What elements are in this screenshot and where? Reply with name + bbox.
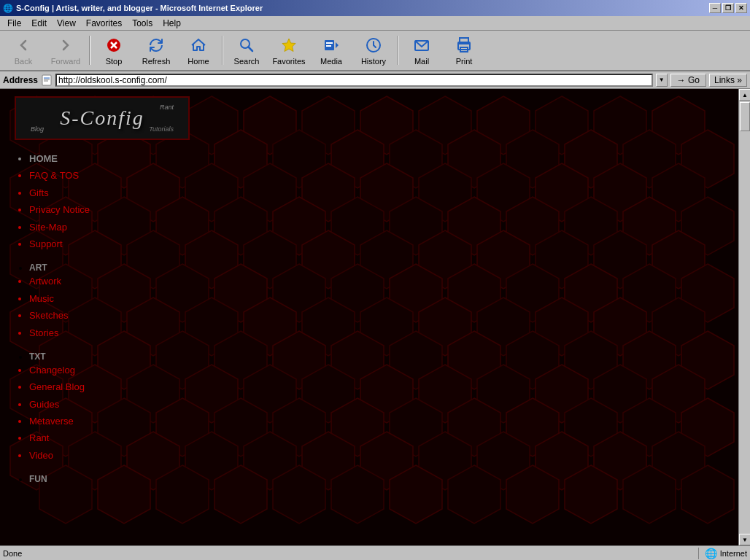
- webpage: Rant S-Config Blog Tutorials HOME FAQ & …: [0, 89, 738, 545]
- scroll-thumb[interactable]: [740, 102, 750, 131]
- logo-tutorials: Tutorials: [149, 125, 174, 133]
- home-label: Home: [188, 57, 209, 66]
- forward-label: Forward: [51, 57, 80, 66]
- favorites-icon: [279, 35, 299, 55]
- site-logo: Rant S-Config Blog Tutorials: [15, 96, 190, 140]
- stop-icon: [104, 35, 124, 55]
- home-section: HOME FAQ & TOS Gifts Privacy Notice Site…: [15, 150, 724, 252]
- stop-button[interactable]: Stop: [93, 32, 134, 69]
- title-bar-icon: 🌐: [3, 4, 13, 13]
- address-bar: Address ▼ → Go Links »: [0, 71, 750, 89]
- menu-help[interactable]: Help: [158, 17, 185, 30]
- scroll-track[interactable]: [739, 101, 750, 534]
- nav-guides[interactable]: Guides: [29, 396, 724, 413]
- toolbar: Back Forward Stop Refresh Home Search: [0, 31, 750, 71]
- logo-main: S-Config: [60, 106, 144, 130]
- mail-button[interactable]: Mail: [401, 32, 442, 69]
- home-button[interactable]: Home: [178, 32, 219, 69]
- nav-general-blog[interactable]: General Blog: [29, 378, 724, 395]
- refresh-label: Refresh: [142, 57, 171, 66]
- title-bar: 🌐 S-Config | Artist, writer, and blogger…: [0, 0, 750, 16]
- nav-rant[interactable]: Rant: [29, 429, 724, 446]
- nav-home[interactable]: HOME: [29, 150, 724, 167]
- address-label: Address: [3, 75, 38, 85]
- svg-rect-15: [42, 75, 51, 85]
- close-button[interactable]: ✕: [735, 3, 747, 13]
- go-button[interactable]: → Go: [670, 74, 706, 87]
- svg-rect-8: [326, 42, 333, 44]
- fun-section: FUN: [15, 474, 724, 484]
- forward-button[interactable]: Forward: [45, 32, 86, 69]
- restore-button[interactable]: ❐: [722, 3, 734, 13]
- history-icon: [363, 35, 384, 55]
- links-button[interactable]: Links »: [709, 74, 747, 87]
- menu-view[interactable]: View: [53, 17, 80, 30]
- nav-txt-cat: TXT: [29, 351, 46, 362]
- browser-content: Rant S-Config Blog Tutorials HOME FAQ & …: [0, 89, 750, 545]
- txt-section: TXT Changelog General Blog Guides Metave…: [15, 351, 724, 464]
- status-bar: Done 🌐 Internet: [0, 545, 750, 560]
- toolbar-sep-1: [89, 36, 90, 65]
- internet-icon: 🌐: [705, 548, 717, 559]
- go-icon: →: [677, 75, 686, 85]
- toolbar-sep-2: [222, 36, 223, 65]
- favorites-button[interactable]: Favorites: [268, 32, 309, 69]
- logo-blog: Blog: [31, 125, 44, 133]
- address-input[interactable]: [55, 74, 653, 87]
- svg-line-4: [249, 47, 253, 52]
- scroll-down-button[interactable]: ▼: [739, 534, 750, 545]
- minimize-button[interactable]: ─: [709, 3, 721, 13]
- nav-art-cat: ART: [29, 262, 47, 273]
- menu-file[interactable]: File: [3, 17, 26, 30]
- menu-edit[interactable]: Edit: [27, 17, 51, 30]
- address-page-icon: [41, 74, 53, 86]
- nav-changelog[interactable]: Changelog: [29, 362, 724, 378]
- title-bar-text: S-Config | Artist, writer, and blogger -…: [16, 4, 263, 12]
- home-icon: [188, 35, 209, 55]
- scroll-up-button[interactable]: ▲: [739, 89, 750, 101]
- nav-music[interactable]: Music: [29, 290, 724, 307]
- refresh-button[interactable]: Refresh: [136, 32, 177, 69]
- scrollbar: ▲ ▼: [738, 89, 750, 545]
- favorites-label: Favorites: [272, 57, 305, 66]
- menu-bar: File Edit View Favorites Tools Help: [0, 16, 750, 31]
- svg-rect-9: [326, 45, 331, 47]
- nav-sketches[interactable]: Sketches: [29, 307, 724, 324]
- art-section: ART Artwork Music Sketches Stories: [15, 262, 724, 341]
- mail-icon: [411, 35, 432, 55]
- menu-tools[interactable]: Tools: [128, 17, 157, 30]
- logo-rant: Rant: [160, 104, 174, 111]
- refresh-icon: [146, 35, 166, 55]
- back-icon: [13, 35, 34, 55]
- svg-marker-5: [282, 39, 295, 52]
- toolbar-sep-3: [397, 36, 398, 65]
- menu-favorites[interactable]: Favorites: [82, 17, 126, 30]
- svg-marker-7: [336, 42, 339, 48]
- nav-support[interactable]: Support: [29, 236, 724, 252]
- nav-faq[interactable]: FAQ & TOS: [29, 167, 724, 184]
- history-label: History: [361, 57, 386, 66]
- print-label: Print: [456, 57, 473, 66]
- address-dropdown[interactable]: ▼: [656, 74, 668, 87]
- print-button[interactable]: Print: [444, 32, 484, 69]
- media-button[interactable]: Media: [311, 32, 352, 69]
- nav-privacy[interactable]: Privacy Notice: [29, 201, 724, 218]
- media-label: Media: [320, 57, 342, 66]
- stop-label: Stop: [106, 57, 123, 66]
- nav-fun-cat: FUN: [29, 474, 47, 484]
- nav-artwork[interactable]: Artwork: [29, 273, 724, 289]
- nav-video[interactable]: Video: [29, 447, 724, 464]
- nav-metaverse[interactable]: Metaverse: [29, 413, 724, 429]
- nav-gifts[interactable]: Gifts: [29, 184, 724, 201]
- print-icon: [454, 35, 474, 55]
- search-button[interactable]: Search: [226, 32, 267, 69]
- forward-icon: [55, 35, 76, 55]
- back-label: Back: [15, 57, 32, 66]
- zone-label: Internet: [720, 549, 747, 558]
- status-text: Done: [3, 549, 695, 558]
- nav-stories[interactable]: Stories: [29, 324, 724, 341]
- history-button[interactable]: History: [353, 32, 394, 69]
- back-button[interactable]: Back: [3, 32, 44, 69]
- nav-sitemap[interactable]: Site-Map: [29, 219, 724, 236]
- media-icon: [321, 35, 341, 55]
